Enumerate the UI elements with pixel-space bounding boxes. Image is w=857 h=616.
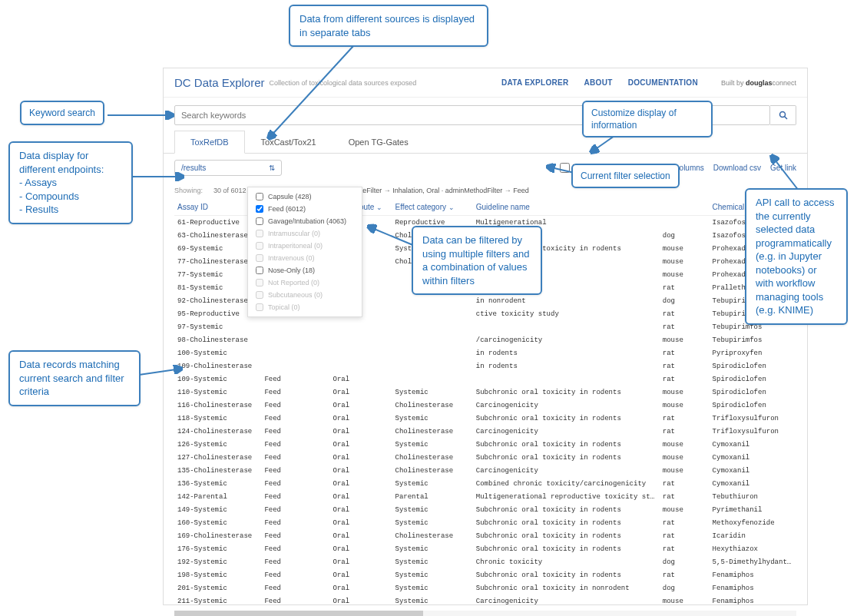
chevron-updown-icon: ⇅	[269, 164, 275, 172]
col-blank	[660, 199, 710, 216]
col-effect-category[interactable]: Effect category	[392, 199, 472, 216]
table-row[interactable]: 211-SystemicFeedOralSystemicCarcinogenic…	[174, 594, 796, 608]
app-logo: DC Data Explorer	[174, 76, 265, 89]
table-row[interactable]: 98-Cholinesterase/carcinogenicitymouseTe…	[174, 333, 796, 346]
callout-tabs: Data from different sources is displayed…	[289, 5, 488, 47]
table-row[interactable]: 142-ParentalFeedOralParentalMultigenerat…	[174, 490, 796, 503]
tab-toxrefdb[interactable]: ToxRefDB	[174, 131, 245, 154]
search-button[interactable]	[770, 105, 796, 125]
callout-search: Keyword search	[20, 101, 104, 125]
filter-option: Not Reported (0)	[248, 277, 362, 289]
filter-option[interactable]: Capsule (428)	[248, 190, 362, 203]
filter-option: Intravenous (0)	[248, 252, 362, 264]
search-icon	[779, 111, 788, 120]
table-row[interactable]: 126-SystemicFeedOralSystemicSubchronic o…	[174, 438, 796, 451]
filter-checkbox[interactable]	[256, 217, 263, 225]
svg-line-8	[369, 227, 415, 246]
toolbar: /results ⇅ Round values Select visible c…	[164, 154, 807, 182]
filter-checkbox	[256, 279, 263, 286]
filter-option: Intramuscular (0)	[248, 227, 362, 240]
admin-method-filter-dropdown[interactable]: Capsule (428)Feed (6012)Gavage/Intubatio…	[247, 187, 362, 317]
filter-checkbox[interactable]	[256, 193, 263, 200]
svg-line-7	[548, 167, 574, 173]
col-guideline-name: Guideline name	[473, 199, 660, 216]
svg-line-2	[269, 46, 353, 138]
svg-line-1	[784, 117, 787, 120]
filter-checkbox[interactable]	[256, 267, 263, 274]
filter-option[interactable]: Gavage/Intubation (4063)	[248, 215, 362, 227]
built-by: Built by douglasconnect	[721, 79, 796, 87]
table-row[interactable]: 149-SystemicFeedOralSystemicSubchronic o…	[174, 503, 796, 516]
table-row[interactable]: 169-CholinesteraseFeedOralCholinesterase…	[174, 529, 796, 542]
table-row[interactable]: 97-SystemicratTebupirimfos	[174, 320, 796, 333]
callout-filtersel: Current filter selection	[571, 164, 680, 188]
table-row[interactable]: 192-SystemicFeedOralSystemicChronic toxi…	[174, 555, 796, 568]
svg-point-0	[779, 112, 785, 118]
callout-customize: Customize display of information	[582, 101, 713, 137]
table-row[interactable]: 110-SystemicFeedOralSystemicSubchronic o…	[174, 386, 796, 399]
table-row[interactable]: 109-SystemicFeedOralratSpirodiclofen	[174, 373, 796, 386]
filter-checkbox	[256, 291, 263, 299]
filter-checkbox	[256, 254, 263, 262]
callout-endpoints: Data display for different endpoints: - …	[8, 141, 133, 224]
table-row[interactable]: 201-SystemicFeedOralSystemicSubchronic o…	[174, 581, 796, 594]
table-row[interactable]: 136-SystemicFeedOralSystemicCombined chr…	[174, 477, 796, 490]
filter-checkbox	[256, 242, 263, 250]
download-csv-link[interactable]: Download csv	[713, 164, 761, 172]
filter-checkbox	[256, 303, 263, 311]
table-row[interactable]: 135-CholinesteraseFeedOralCholinesterase…	[174, 464, 796, 477]
table-row[interactable]: 198-SystemicFeedOralSystemicSubchronic o…	[174, 568, 796, 581]
nav-documentation[interactable]: DOCUMENTATION	[628, 78, 698, 87]
nav-about[interactable]: ABOUT	[584, 78, 613, 87]
callout-records: Data records matching current search and…	[8, 350, 141, 406]
table-row[interactable]: 176-SystemicFeedOralSystemicSubchronic o…	[174, 542, 796, 555]
table-row[interactable]: 124-CholinesteraseFeedOralCholinesterase…	[174, 425, 796, 438]
table-row[interactable]: 160-SystemicFeedOralSystemicSubchronic o…	[174, 516, 796, 529]
filter-option: Intraperitoneal (0)	[248, 240, 362, 252]
filter-checkbox	[256, 230, 263, 237]
table-row[interactable]: 116-CholinesteraseFeedOralCholinesterase…	[174, 399, 796, 412]
table-row[interactable]: 127-CholinesteraseFeedOralCholinesterase…	[174, 451, 796, 464]
callout-api: API call to access the currently selecte…	[745, 188, 848, 325]
table-row[interactable]: 100-Systemicin rodentsratPyriproxyfen	[174, 346, 796, 359]
horizontal-scrollbar[interactable]	[174, 611, 796, 616]
table-row[interactable]: 118-SystemicFeedOralSystemicSubchronic o…	[174, 412, 796, 425]
svg-line-5	[139, 369, 181, 375]
filter-option: Subcutaneous (0)	[248, 289, 362, 301]
filter-checkbox[interactable]	[256, 205, 263, 213]
header: DC Data Explorer Collection of toxicolog…	[164, 68, 807, 98]
app-window: DC Data Explorer Collection of toxicolog…	[163, 68, 808, 605]
filter-option: Topical (0)	[248, 301, 362, 313]
nav-data-explorer[interactable]: DATA EXPLORER	[501, 78, 569, 87]
filter-option[interactable]: Nose-Only (18)	[248, 264, 362, 277]
svg-line-9	[772, 156, 799, 190]
callout-filters: Data can be filtered by using multiple f…	[412, 226, 542, 295]
table-row[interactable]: 109-Cholinesterasein rodentsratSpirodicl…	[174, 359, 796, 373]
filter-option[interactable]: Feed (6012)	[248, 203, 362, 215]
